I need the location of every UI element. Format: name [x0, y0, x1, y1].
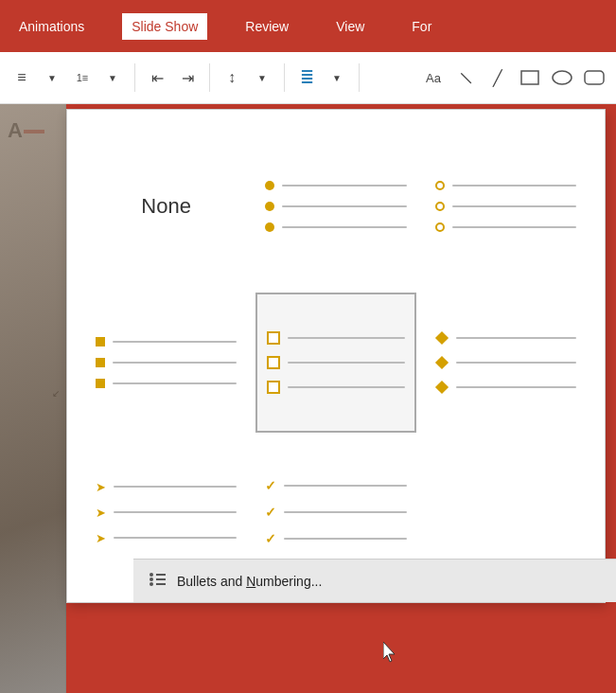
bullet-item [265, 181, 406, 190]
numbered-list-dropdown[interactable]: ▼ [98, 63, 127, 92]
bullet-filled-square-cell[interactable] [86, 293, 246, 432]
spacing-toolbar-group: ↕ ▼ [218, 63, 285, 92]
bullet-item [265, 222, 406, 232]
oval-icon[interactable] [548, 63, 576, 92]
bullet-line [284, 538, 406, 540]
tab-for[interactable]: For [402, 13, 441, 40]
text-columns-button[interactable]: ≣ [292, 63, 321, 92]
bullet-checkmark-list: ✓ ✓ ✓ [265, 478, 406, 546]
bullet-item [267, 331, 404, 345]
sq-yellow-icon [96, 379, 105, 388]
none-label: None [132, 166, 201, 247]
bullet-line [114, 486, 237, 488]
bullet-list-button[interactable]: ≡ [8, 63, 36, 92]
bullet-outline-square-list [267, 331, 404, 394]
bullet-item [96, 379, 237, 388]
arrow-icon: ➤ [96, 480, 106, 494]
dot-outline-icon [435, 202, 445, 211]
tab-review[interactable]: Review [236, 13, 298, 40]
line-spacing-dropdown[interactable]: ▼ [248, 63, 276, 92]
bullet-filled-circle-list [265, 181, 406, 232]
bullet-list-dropdown[interactable]: ▼ [38, 63, 66, 92]
bullet-diamond-list [435, 331, 576, 394]
bullet-item: ✓ [265, 531, 406, 546]
bullet-filled-square-list [96, 337, 237, 388]
bullet-line [282, 226, 406, 228]
dot-outline-icon [435, 181, 445, 190]
bullets-numbering-icon [149, 571, 167, 592]
bullet-filled-circle-cell[interactable] [255, 129, 415, 283]
check-icon: ✓ [265, 478, 276, 493]
dot-yellow-icon [265, 181, 274, 190]
text-toolbar-group: ≣ ▼ [292, 63, 360, 92]
bullet-line [282, 185, 406, 187]
bullet-item [435, 381, 576, 394]
check-icon: ✓ [265, 505, 276, 520]
bullet-item [96, 337, 237, 346]
bullet-item [435, 356, 576, 369]
svg-rect-8 [156, 583, 166, 585]
bullet-line [288, 362, 404, 364]
bullets-numbering-bar[interactable]: Bullets and Numbering... [133, 559, 616, 602]
rounded-rect-icon[interactable] [580, 63, 608, 92]
bullet-none-cell[interactable]: None [86, 129, 246, 283]
bullet-item [435, 222, 576, 232]
tab-view[interactable]: View [326, 13, 374, 40]
increase-indent-button[interactable]: ⇥ [173, 63, 202, 92]
dot-yellow-icon [265, 202, 274, 211]
bullet-item: ➤ [96, 531, 237, 545]
sq-yellow-icon [96, 337, 105, 346]
bullet-line [284, 485, 406, 487]
bullet-line [452, 185, 576, 187]
bullet-line [113, 362, 237, 364]
bullet-item [96, 358, 237, 367]
diamond-icon [435, 331, 449, 345]
diagonal-line-icon[interactable]: | [446, 58, 485, 98]
bullet-line [284, 511, 406, 513]
bullet-diamond-cell[interactable] [426, 293, 586, 432]
bullet-item: ✓ [265, 505, 406, 520]
svg-point-5 [150, 578, 153, 581]
sq-outline-icon [267, 356, 280, 369]
svg-point-1 [553, 71, 572, 84]
line-spacing-button[interactable]: ↕ [218, 63, 246, 92]
sq-outline-icon [267, 331, 280, 345]
bullet-item: ➤ [96, 480, 237, 494]
slide-preview [0, 104, 66, 693]
diamond-icon [435, 381, 449, 394]
bullet-line [288, 337, 404, 339]
text-box-icon[interactable]: Aa [419, 63, 448, 92]
arrow-icon: ➤ [96, 531, 106, 545]
numbered-list-button[interactable]: 1≡ [68, 63, 97, 92]
bullet-line [456, 386, 576, 388]
bullet-outline-square-cell[interactable] [255, 293, 415, 432]
bullet-line [456, 337, 576, 339]
bullet-item [267, 381, 404, 394]
bullet-item: ✓ [265, 478, 406, 493]
bullet-line [452, 205, 576, 207]
svg-rect-4 [156, 574, 166, 576]
check-icon: ✓ [265, 531, 276, 546]
dot-outline-icon [435, 222, 445, 232]
tab-slideshow[interactable]: Slide Show [122, 13, 207, 40]
svg-rect-2 [585, 71, 604, 84]
ribbon-bar: Animations Slide Show Review View For [0, 0, 616, 52]
tab-animations[interactable]: Animations [9, 13, 94, 40]
bullet-item [435, 202, 576, 211]
sq-outline-icon [267, 381, 280, 394]
rectangle-icon[interactable] [516, 63, 544, 92]
svg-rect-6 [156, 578, 166, 580]
bullet-line [282, 205, 406, 207]
line-icon[interactable]: ╱ [484, 63, 512, 92]
sq-yellow-icon [96, 358, 105, 367]
bullet-line [113, 341, 237, 343]
dot-yellow-icon [265, 222, 274, 232]
bullet-outline-circle-cell[interactable] [426, 129, 586, 283]
bullet-item [435, 331, 576, 345]
decrease-indent-button[interactable]: ⇤ [143, 63, 171, 92]
text-columns-dropdown[interactable]: ▼ [323, 63, 351, 92]
bullet-line [113, 382, 237, 384]
svg-rect-0 [521, 71, 538, 84]
bullet-dropdown-popup: None [66, 109, 606, 603]
bullet-item [435, 181, 576, 190]
